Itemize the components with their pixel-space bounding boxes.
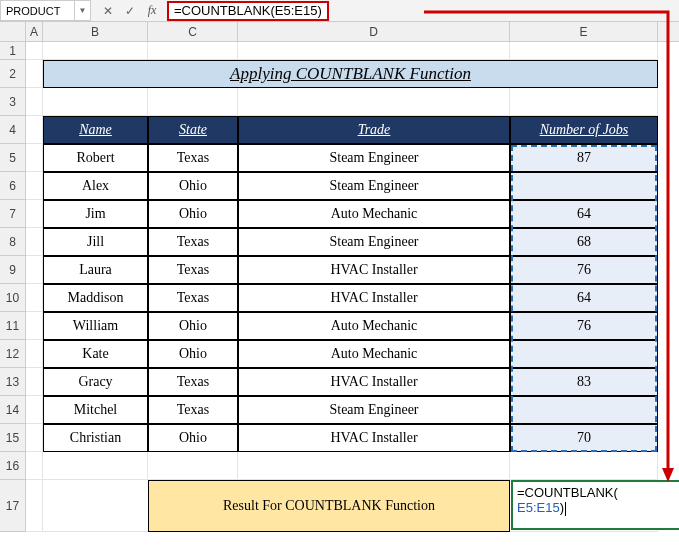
table-cell[interactable]: Jim: [43, 200, 148, 228]
table-cell[interactable]: Auto Mechanic: [238, 340, 510, 368]
table-cell[interactable]: Mitchel: [43, 396, 148, 424]
cell[interactable]: [26, 312, 43, 340]
table-cell[interactable]: [510, 396, 658, 424]
cell[interactable]: [26, 256, 43, 284]
table-header-state[interactable]: State: [148, 116, 238, 144]
table-cell[interactable]: Texas: [148, 228, 238, 256]
cell[interactable]: [510, 88, 658, 116]
table-cell[interactable]: Robert: [43, 144, 148, 172]
table-cell[interactable]: 64: [510, 284, 658, 312]
cell[interactable]: [148, 88, 238, 116]
cell[interactable]: [43, 88, 148, 116]
formula-bar-input[interactable]: =COUNTBLANK(E5:E15): [167, 1, 329, 21]
cell[interactable]: [148, 42, 238, 60]
table-header-name[interactable]: Name: [43, 116, 148, 144]
table-cell[interactable]: Steam Engineer: [238, 396, 510, 424]
table-cell[interactable]: HVAC Installer: [238, 424, 510, 452]
table-cell[interactable]: Texas: [148, 256, 238, 284]
table-cell[interactable]: 76: [510, 256, 658, 284]
table-cell[interactable]: Texas: [148, 396, 238, 424]
cell[interactable]: [26, 42, 43, 60]
table-cell[interactable]: Steam Engineer: [238, 228, 510, 256]
table-cell[interactable]: HVAC Installer: [238, 256, 510, 284]
col-header-a[interactable]: A: [26, 22, 43, 41]
table-cell[interactable]: Maddison: [43, 284, 148, 312]
table-cell[interactable]: HVAC Installer: [238, 284, 510, 312]
table-cell[interactable]: Ohio: [148, 312, 238, 340]
row-header[interactable]: 5: [0, 144, 26, 172]
table-cell[interactable]: 68: [510, 228, 658, 256]
cell[interactable]: [238, 452, 510, 480]
cell[interactable]: [510, 452, 658, 480]
cell[interactable]: [148, 452, 238, 480]
col-header-c[interactable]: C: [148, 22, 238, 41]
cell[interactable]: [26, 480, 43, 532]
select-all-corner[interactable]: [0, 22, 26, 41]
table-cell[interactable]: Christian: [43, 424, 148, 452]
cell[interactable]: [26, 340, 43, 368]
table-cell[interactable]: 87: [510, 144, 658, 172]
table-cell[interactable]: Alex: [43, 172, 148, 200]
cell[interactable]: [43, 42, 148, 60]
row-header[interactable]: 17: [0, 480, 26, 532]
cell[interactable]: [26, 200, 43, 228]
cancel-icon[interactable]: ✕: [97, 0, 119, 21]
cell[interactable]: [26, 284, 43, 312]
cell[interactable]: [26, 172, 43, 200]
name-box-dropdown[interactable]: ▼: [75, 0, 91, 21]
cell[interactable]: [26, 368, 43, 396]
table-header-jobs[interactable]: Number of Jobs: [510, 116, 658, 144]
row-header[interactable]: 7: [0, 200, 26, 228]
table-cell[interactable]: Texas: [148, 368, 238, 396]
cell[interactable]: [26, 452, 43, 480]
table-cell[interactable]: Laura: [43, 256, 148, 284]
table-cell[interactable]: Ohio: [148, 424, 238, 452]
cell[interactable]: [238, 88, 510, 116]
row-header[interactable]: 9: [0, 256, 26, 284]
row-header[interactable]: 4: [0, 116, 26, 144]
row-header[interactable]: 3: [0, 88, 26, 116]
row-header[interactable]: 15: [0, 424, 26, 452]
table-cell[interactable]: Texas: [148, 284, 238, 312]
col-header-e[interactable]: E: [510, 22, 658, 41]
table-cell[interactable]: Ohio: [148, 200, 238, 228]
cell[interactable]: [238, 42, 510, 60]
table-cell[interactable]: Auto Mechanic: [238, 200, 510, 228]
fx-icon[interactable]: fx: [141, 0, 163, 21]
table-cell[interactable]: Jill: [43, 228, 148, 256]
row-header[interactable]: 10: [0, 284, 26, 312]
table-cell[interactable]: Auto Mechanic: [238, 312, 510, 340]
cell[interactable]: [26, 60, 43, 88]
row-header[interactable]: 8: [0, 228, 26, 256]
cell[interactable]: [26, 116, 43, 144]
cell[interactable]: [26, 424, 43, 452]
table-cell[interactable]: Ohio: [148, 340, 238, 368]
row-header[interactable]: 1: [0, 42, 26, 60]
table-cell[interactable]: Kate: [43, 340, 148, 368]
table-cell[interactable]: 76: [510, 312, 658, 340]
table-cell[interactable]: Texas: [148, 144, 238, 172]
cell[interactable]: [26, 88, 43, 116]
cell[interactable]: [26, 228, 43, 256]
row-header[interactable]: 11: [0, 312, 26, 340]
table-header-trade[interactable]: Trade: [238, 116, 510, 144]
page-title[interactable]: Applying COUNTBLANK Function: [43, 60, 658, 88]
row-header[interactable]: 12: [0, 340, 26, 368]
table-cell[interactable]: [510, 172, 658, 200]
table-cell[interactable]: Steam Engineer: [238, 172, 510, 200]
table-cell[interactable]: Gracy: [43, 368, 148, 396]
enter-icon[interactable]: ✓: [119, 0, 141, 21]
row-header[interactable]: 6: [0, 172, 26, 200]
table-cell[interactable]: 64: [510, 200, 658, 228]
cell[interactable]: [43, 480, 148, 532]
row-header[interactable]: 2: [0, 60, 26, 88]
row-header[interactable]: 14: [0, 396, 26, 424]
col-header-d[interactable]: D: [238, 22, 510, 41]
table-cell[interactable]: Steam Engineer: [238, 144, 510, 172]
cell[interactable]: [43, 452, 148, 480]
row-header[interactable]: 16: [0, 452, 26, 480]
cell[interactable]: [510, 42, 658, 60]
table-cell[interactable]: [510, 340, 658, 368]
table-cell[interactable]: 83: [510, 368, 658, 396]
table-cell[interactable]: HVAC Installer: [238, 368, 510, 396]
